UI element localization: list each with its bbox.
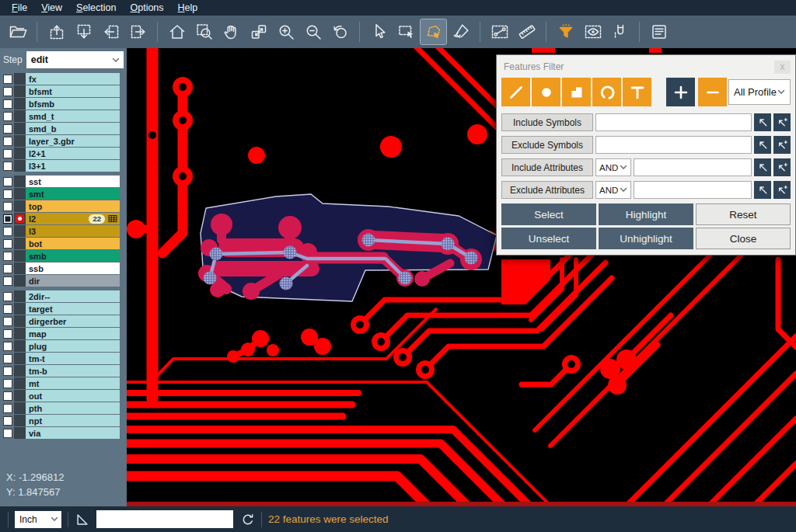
- layer-row-fx[interactable]: fx: [2, 73, 120, 85]
- move-view-button[interactable]: [246, 19, 271, 44]
- pan-down-button[interactable]: [71, 19, 96, 44]
- step-select[interactable]: edit: [26, 51, 124, 68]
- select-button[interactable]: Select: [501, 203, 596, 225]
- menu-file[interactable]: File: [5, 2, 34, 14]
- layer-row-npt[interactable]: npt: [2, 415, 120, 426]
- remove-filter-button[interactable]: [698, 78, 727, 106]
- layer-name-cell[interactable]: bfsmt: [26, 85, 120, 97]
- layer-visibility-checkbox[interactable]: [3, 304, 12, 314]
- layer-name-cell[interactable]: top: [26, 200, 120, 212]
- polygon-select-button[interactable]: [421, 19, 446, 44]
- layer-visibility-checkbox[interactable]: [3, 404, 12, 413]
- layer-row-sst[interactable]: sst: [2, 176, 120, 187]
- layer-row-l2[interactable]: l222: [2, 213, 120, 224]
- layer-name-cell[interactable]: l222: [26, 213, 120, 224]
- layer-name-cell[interactable]: npt: [26, 415, 120, 426]
- layer-name-cell[interactable]: smb: [26, 250, 120, 262]
- close-button[interactable]: x: [774, 61, 791, 74]
- home-button[interactable]: [164, 19, 190, 44]
- layer-visibility-checkbox[interactable]: [3, 367, 12, 376]
- filter-funnel-button[interactable]: [553, 19, 578, 44]
- refresh-icon[interactable]: [239, 512, 255, 527]
- layer-row-tm-b[interactable]: tm-b: [2, 365, 120, 377]
- layer-visibility-checkbox[interactable]: [3, 137, 12, 146]
- exclude-attributes-input[interactable]: [634, 181, 752, 199]
- layer-visibility-checkbox[interactable]: [3, 292, 12, 301]
- layer-name-cell[interactable]: via: [26, 427, 120, 439]
- layer-name-cell[interactable]: fx: [26, 73, 120, 85]
- view-box-button[interactable]: [580, 19, 606, 44]
- layer-visibility-checkbox[interactable]: [3, 99, 12, 109]
- layer-visibility-checkbox[interactable]: [3, 342, 12, 351]
- layer-name-cell[interactable]: tm-b: [26, 365, 120, 377]
- include-symbols-pick-button[interactable]: [754, 113, 771, 131]
- layer-name-cell[interactable]: l2+1: [26, 148, 120, 159]
- layer-name-cell[interactable]: sst: [26, 176, 120, 187]
- exclude-symbols-pick-button[interactable]: [754, 136, 771, 154]
- open-folder-button[interactable]: [5, 19, 30, 44]
- layer-name-cell[interactable]: target: [26, 303, 120, 315]
- layer-row-out[interactable]: out: [2, 390, 120, 402]
- include-attributes-operator-select[interactable]: AND: [595, 158, 631, 176]
- highlight-button[interactable]: Highlight: [599, 203, 693, 225]
- layer-name-cell[interactable]: bfsmb: [26, 98, 120, 110]
- layer-row-smt[interactable]: smt: [2, 188, 120, 200]
- layer-visibility-checkbox[interactable]: [3, 252, 12, 261]
- layer-name-cell[interactable]: out: [26, 390, 120, 402]
- layer-name-cell[interactable]: pth: [26, 402, 120, 414]
- pan-left-button[interactable]: [98, 19, 124, 44]
- hand-pan-button[interactable]: [218, 19, 244, 44]
- brush-clear-button[interactable]: [448, 19, 473, 44]
- layer-name-cell[interactable]: map: [26, 328, 120, 339]
- layer-name-cell[interactable]: mt: [26, 377, 120, 389]
- layer-row-smd-t[interactable]: smd_t: [2, 110, 120, 122]
- layer-visibility-checkbox[interactable]: [3, 264, 12, 273]
- close-button[interactable]: Close: [696, 228, 791, 249]
- layer-name-cell[interactable]: layer_3.gbr: [26, 135, 120, 147]
- layer-row-top[interactable]: top: [2, 200, 120, 212]
- layer-row-smd-b[interactable]: smd_b: [2, 123, 120, 134]
- select-cursor-button[interactable]: [366, 19, 392, 44]
- layer-visibility-checkbox[interactable]: [3, 276, 12, 286]
- layer-visibility-checkbox[interactable]: [3, 149, 12, 158]
- layer-row-bot[interactable]: bot: [2, 238, 120, 249]
- units-select[interactable]: Inch: [15, 511, 61, 528]
- exclude-attributes-operator-select[interactable]: AND: [595, 181, 631, 199]
- layer-visibility-checkbox[interactable]: [3, 429, 12, 438]
- arc-feature-button[interactable]: [592, 78, 621, 106]
- unselect-button[interactable]: Unselect: [501, 228, 596, 249]
- layer-row-tm-t[interactable]: tm-t: [2, 353, 120, 364]
- rect-select-button[interactable]: [393, 19, 419, 44]
- layer-row-ssb[interactable]: ssb: [2, 263, 120, 274]
- include-symbols-button[interactable]: Include Symbols: [501, 113, 593, 131]
- layer-visibility-checkbox[interactable]: [3, 416, 12, 426]
- zoom-previous-button[interactable]: [327, 19, 353, 44]
- layer-visibility-checkbox[interactable]: [3, 227, 12, 236]
- ruler-button[interactable]: [514, 19, 539, 44]
- exclude-attributes-pick-add-button[interactable]: [773, 181, 791, 199]
- layer-row-plug[interactable]: plug: [2, 340, 120, 352]
- layer-visibility-checkbox[interactable]: [3, 379, 12, 388]
- layer-row-2dir[interactable]: 2dir--: [2, 290, 120, 302]
- layer-row-l3-1[interactable]: l3+1: [2, 160, 120, 172]
- menu-selection[interactable]: Selection: [69, 2, 123, 14]
- layer-row-bfsmt[interactable]: bfsmt: [2, 85, 120, 97]
- profile-select[interactable]: All Profile: [728, 79, 791, 105]
- menu-help[interactable]: Help: [171, 2, 205, 14]
- layer-row-map[interactable]: map: [2, 328, 120, 339]
- layer-visibility-checkbox[interactable]: [3, 75, 12, 84]
- layer-name-cell[interactable]: tm-t: [26, 353, 120, 364]
- feature-info-button[interactable]: [646, 19, 672, 44]
- layer-name-cell[interactable]: l3: [26, 225, 120, 237]
- pad-feature-button[interactable]: [532, 78, 560, 106]
- dialog-titlebar[interactable]: Features Filter x: [501, 55, 791, 76]
- include-symbols-pick-add-button[interactable]: [773, 113, 791, 131]
- pan-right-button[interactable]: [125, 19, 151, 44]
- command-input[interactable]: [96, 510, 233, 528]
- layer-row-via[interactable]: via: [2, 427, 120, 439]
- layer-visibility-checkbox[interactable]: [3, 239, 12, 249]
- pan-up-button[interactable]: [44, 19, 69, 44]
- measure-distance-button[interactable]: [487, 19, 512, 44]
- layer-visibility-checkbox[interactable]: [3, 317, 12, 326]
- layer-name-cell[interactable]: smd_t: [26, 110, 120, 122]
